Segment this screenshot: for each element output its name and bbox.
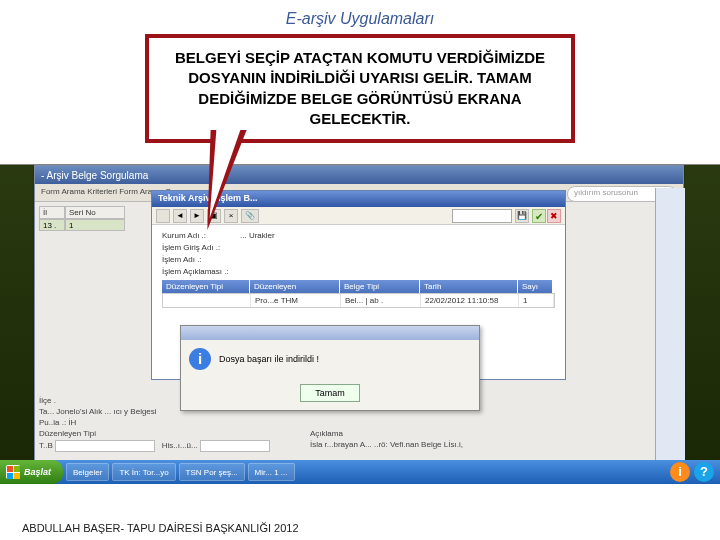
lbl: Açıklama <box>310 429 463 438</box>
info-dialog: i Dosya başarı ile indirildi ! Tamam <box>180 325 480 411</box>
main-titlebar[interactable]: - Arşiv Belge Sorgulama <box>35 166 683 184</box>
val: İsla r...brayan A... ..rö: Vefi.nan Belg… <box>310 440 463 449</box>
callout-line: BELGEYİ SEÇİP ATAÇTAN KOMUTU VERDİĞİMİZD… <box>163 48 557 68</box>
save-icon[interactable]: 💾 <box>515 209 529 223</box>
task-item[interactable]: TSN Por şeş... <box>179 463 245 481</box>
windows-icon <box>6 465 20 479</box>
task-item[interactable]: Mir... 1 ... <box>248 463 295 481</box>
col-il[interactable]: İl <box>39 206 65 219</box>
desktop-area: - Arşiv Belge Sorgulama yıldırım sorusor… <box>0 164 720 484</box>
inner-table-header: Düzenleyen Tipi Düzenleyen Belge Tipi Ta… <box>162 280 555 293</box>
confirm-icon[interactable]: ✔ <box>532 209 546 223</box>
input[interactable] <box>55 440 155 452</box>
lbl-acik: İşlem Açıklaması .: <box>162 267 240 276</box>
task-item[interactable]: Belgeler <box>66 463 109 481</box>
page-title: E-arşiv Uygulamaları <box>0 0 720 34</box>
footer-credit: ABDULLAH BAŞER- TAPU DAİRESİ BAŞKANLIĞI … <box>22 522 299 534</box>
info-icon: i <box>189 348 211 370</box>
lbl: Düzenleyen Tipi <box>39 429 270 438</box>
col-seri[interactable]: Seri No <box>65 206 125 219</box>
lbl-islem: İşlem Adı .: <box>162 255 240 264</box>
tool-btn[interactable] <box>156 209 170 223</box>
instruction-callout: BELGEYİ SEÇİP ATAÇTAN KOMUTU VERDİĞİMİZD… <box>0 34 720 143</box>
input[interactable] <box>200 440 270 452</box>
callout-line: DEDİĞİMİZDE BELGE GÖRÜNTÜSÜ EKRANA <box>163 89 557 109</box>
main-window: - Arşiv Belge Sorgulama yıldırım sorusor… <box>34 165 684 468</box>
lbl: Pu..la .: İH <box>39 418 679 427</box>
callout-line: DOSYANIN İNDİRİLDİĞİ UYARISI GELİR. TAMA… <box>163 68 557 88</box>
tool-btn[interactable]: ◄ <box>173 209 187 223</box>
ok-button[interactable]: Tamam <box>300 384 360 402</box>
attach-button[interactable]: 📎 <box>241 209 259 223</box>
dialog-title[interactable] <box>181 326 479 340</box>
lbl-giris: İşlem Giriş Adı .: <box>162 243 240 252</box>
dialog-message: Dosya başarı ile indirildi ! <box>219 354 319 364</box>
toolbar-field[interactable] <box>452 209 512 223</box>
task-item[interactable]: TK İn: Tor...yo <box>112 463 175 481</box>
tray-help-icon[interactable]: ? <box>694 462 714 482</box>
val-kurum: ... Urakler <box>240 231 275 240</box>
main-title: - Arşiv Belge Sorgulama <box>41 170 148 181</box>
tray-info-icon[interactable]: i <box>670 462 690 482</box>
callout-line: GELECEKTİR. <box>163 109 557 129</box>
cancel-icon[interactable]: ✖ <box>547 209 561 223</box>
lbl-kurum: Kurum Adı .: <box>162 231 240 240</box>
taskbar: Başlat Belgeler TK İn: Tor...yo TSN Por … <box>0 460 720 484</box>
table-row[interactable]: Pro...e THM Bel... | ab . 22/02/2012 11:… <box>162 293 555 308</box>
start-button[interactable]: Başlat <box>0 460 63 484</box>
